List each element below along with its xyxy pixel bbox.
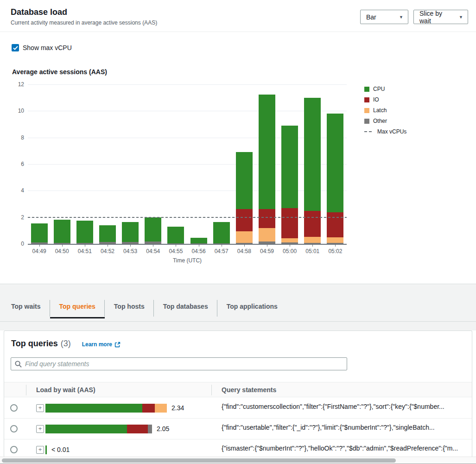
tab-top-hosts[interactable]: Top hosts — [105, 297, 154, 318]
tab-label: Top waits — [11, 303, 41, 310]
top-queries-card: Top queries (3) Learn more Load by wait … — [4, 331, 472, 464]
load-value: 2.05 — [157, 425, 169, 432]
tab-divider-line — [0, 321, 476, 322]
x-axis-tick-label: 04:54 — [142, 248, 165, 254]
gridline — [28, 111, 347, 111]
bar-segment-cpu — [76, 221, 93, 243]
x-axis-tick — [39, 245, 40, 247]
tab-label: Top queries — [59, 303, 95, 310]
column-header-load: Load by wait (AAS) — [36, 386, 95, 394]
x-axis-tick-label: 04:52 — [96, 248, 119, 254]
stacked-bar-04:53 — [122, 222, 139, 244]
row-radio-button[interactable] — [10, 404, 18, 412]
chart-type-selected-value: Bar — [366, 13, 376, 21]
expand-row-button[interactable]: + — [36, 446, 44, 454]
gridline — [28, 138, 347, 138]
tab-band: Top waitsTop queriesTop hostsTop databas… — [0, 284, 476, 331]
stacked-bar-04:54 — [145, 217, 161, 244]
database-load-header: Database load Current activity measured … — [0, 0, 476, 32]
x-axis-tick — [335, 245, 336, 247]
bar-segment-cpu — [31, 223, 48, 242]
y-axis-tick-label: 6 — [12, 161, 24, 167]
x-axis-tick-label: 04:53 — [119, 248, 142, 254]
slice-by-selected-value: Slice by wait — [419, 10, 454, 25]
gridline — [28, 84, 347, 85]
tab-top-waits[interactable]: Top waits — [2, 297, 50, 318]
x-axis-tick-label: 04:58 — [233, 248, 255, 254]
slice-by-select[interactable]: Slice by wait ▼ — [413, 10, 468, 24]
x-axis-tick — [290, 245, 290, 247]
query-statement-link[interactable]: {"find":"customerscollection","filter":{… — [222, 403, 470, 410]
tab-list: Top waitsTop queriesTop hostsTop databas… — [2, 297, 287, 318]
load-segment-latch — [155, 404, 167, 413]
x-axis-line — [28, 244, 347, 245]
bar-segment-cpu — [327, 114, 343, 212]
chart-legend: CPUIOLatchOtherMax vCPUs — [364, 86, 406, 140]
load-segment-cpu — [45, 425, 127, 433]
show-max-vcpu-checkbox[interactable] — [12, 44, 19, 51]
query-statement-link[interactable]: {"ismaster":{"$numberInt":"?"},"helloOk"… — [222, 445, 470, 452]
stacked-bar-05:02 — [327, 114, 343, 244]
legend-label: IO — [373, 97, 379, 102]
horizontal-scrollbar-thumb[interactable] — [2, 458, 396, 463]
row-radio-button[interactable] — [10, 446, 18, 453]
x-axis-tick — [199, 245, 199, 247]
card-title-row: Top queries (3) Learn more — [11, 339, 121, 349]
bar-segment-io — [304, 211, 321, 237]
y-axis-tick-label: 2 — [12, 214, 24, 221]
tab-label: Top databases — [163, 303, 208, 310]
tab-top-queries[interactable]: Top queries — [50, 297, 105, 318]
y-axis-tick-label: 10 — [12, 108, 24, 114]
legend-label: Other — [373, 118, 387, 124]
bar-segment-latch — [327, 237, 343, 243]
expand-row-button[interactable]: + — [36, 404, 44, 412]
stacked-bar-05:01 — [304, 98, 321, 244]
chart-title: Average active sessions (AAS) — [12, 68, 107, 76]
load-by-wait-bar — [45, 404, 167, 413]
bar-segment-io — [259, 209, 275, 228]
legend-swatch-icon — [364, 119, 369, 124]
x-axis-tick-label: 04:49 — [28, 248, 51, 254]
learn-more-link[interactable]: Learn more — [82, 341, 121, 348]
load-segment-other — [148, 425, 152, 433]
chevron-down-icon: ▼ — [399, 15, 403, 19]
load-segment-cpu — [45, 445, 47, 454]
card-count-badge: (3) — [61, 339, 71, 349]
tab-label: Top applications — [227, 303, 278, 310]
gridline — [28, 164, 347, 165]
stacked-bar-04:52 — [99, 225, 116, 244]
tab-top-databases[interactable]: Top databases — [154, 297, 217, 318]
stacked-bar-04:57 — [213, 222, 230, 244]
table-body: +2.34{"find":"customerscollection","filt… — [4, 398, 472, 460]
expand-row-button[interactable]: + — [36, 425, 44, 433]
stacked-bar-05:00 — [281, 126, 298, 244]
legend-swatch-icon — [364, 108, 369, 113]
x-axis-tick-label: 04:57 — [210, 248, 233, 254]
query-search-box — [11, 357, 347, 370]
bar-segment-latch — [259, 228, 275, 242]
bar-segment-cpu — [213, 222, 230, 243]
tab-top-applications[interactable]: Top applications — [217, 297, 287, 318]
x-axis-tick — [267, 245, 267, 247]
y-axis-tick-label: 0 — [12, 241, 24, 247]
y-axis-tick-label: 12 — [12, 81, 24, 88]
query-statement-link[interactable]: {"find":"usertable","filter":{"_id":"?"}… — [222, 424, 470, 431]
query-statement-text: {"find":"customerscollection","filter":{… — [222, 403, 444, 410]
bar-segment-cpu — [236, 152, 253, 209]
bar-segment-io — [236, 209, 253, 231]
legend-swatch-icon — [364, 97, 369, 102]
stacked-bar-04:49 — [31, 223, 48, 244]
chart-type-select[interactable]: Bar ▼ — [360, 10, 408, 24]
x-axis-tick-label: 04:56 — [187, 248, 210, 254]
x-axis-tick-label: 04:50 — [51, 248, 73, 254]
query-statement-text: {"find":"usertable","filter":{"_id":"?"}… — [222, 424, 435, 431]
bar-segment-cpu — [145, 217, 161, 242]
gridline — [28, 191, 347, 191]
row-radio-button[interactable] — [10, 425, 18, 432]
query-statement-text: {"ismaster":{"$numberInt":"?"},"helloOk"… — [222, 445, 458, 452]
legend-swatch-icon — [364, 87, 369, 92]
x-axis-tick-label: 05:02 — [324, 248, 347, 254]
bar-segment-cpu — [259, 95, 275, 209]
bar-segment-latch — [281, 238, 298, 242]
search-input[interactable] — [25, 360, 343, 368]
